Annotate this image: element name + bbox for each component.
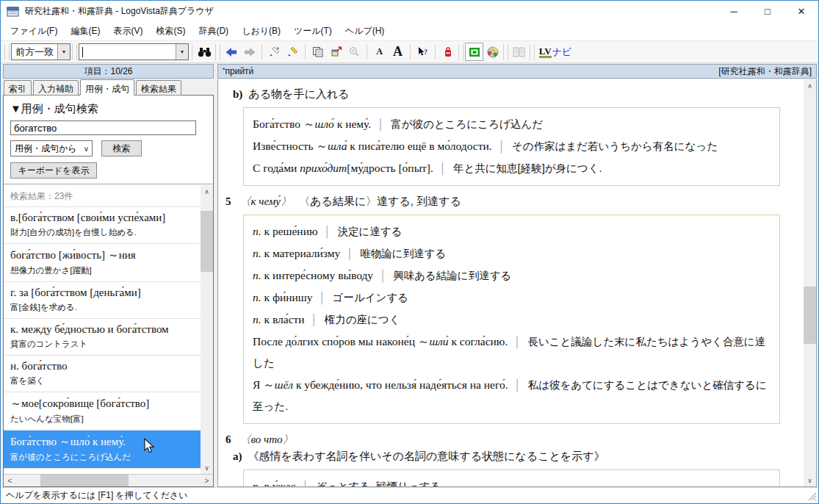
chevron-down-icon[interactable]: ▼ [176, 44, 188, 60]
toolbar-gripper[interactable] [458, 44, 463, 60]
result-item[interactable]: н. бога́тство富を築く [4, 355, 201, 392]
result-item[interactable]: ～мое[сокро́вище [бога́тство]たいへんな宝物[富] [4, 392, 201, 430]
toolbar-gripper[interactable] [4, 44, 10, 60]
two-pane-icon [513, 47, 525, 57]
scroll-up-icon[interactable]: ∧ [804, 79, 816, 92]
result-item[interactable]: г. за [бога́тством [деньга́ми]富[金銭]を求める. [4, 281, 201, 318]
separator-pipe-icon: │ [515, 379, 522, 391]
chevron-down-icon[interactable]: ▼ [57, 44, 70, 60]
example-russian: п. [253, 291, 261, 303]
tab-active用例・成句[interactable]: 用例・成句 [80, 79, 134, 96]
example-russian: С года́ми [253, 162, 300, 174]
tab-入力補助[interactable]: 入力補助 [33, 80, 79, 96]
main-area: 項目：10/26 索引入力補助用例・成句検索結果 ▼用例・成句検索 用例・成句か… [1, 63, 818, 487]
scroll-right-icon[interactable]: > [201, 475, 213, 486]
multimedia-button[interactable] [483, 43, 502, 61]
send-capture-button[interactable] [327, 43, 345, 61]
copy-button[interactable] [309, 43, 327, 61]
forward-button[interactable] [240, 43, 259, 61]
lv-navi-button[interactable]: LV ナビ [536, 43, 574, 61]
show-keyboard-button[interactable]: キーボードを表示 [10, 162, 97, 179]
two-pane-button[interactable] [510, 43, 528, 61]
result-item[interactable]: Э́то ～несло́ ему́ бога́тство. [4, 468, 201, 474]
separator-pipe-icon: │ [378, 118, 384, 130]
send-capture-icon [331, 46, 342, 57]
toolbar-gripper[interactable] [215, 44, 220, 60]
example-russian: к нему́. [334, 118, 371, 130]
example-japanese: 興味ある結論に到達する [393, 270, 511, 281]
example-russian: к реше́нию [261, 225, 318, 237]
status-bar: ヘルプを表示するには [F1] を押してください [1, 487, 818, 503]
item-count-header: 項目：10/26 [3, 64, 214, 79]
zoom-button[interactable] [345, 43, 364, 61]
query-input[interactable] [10, 120, 196, 135]
menu-item[interactable]: しおり(B) [235, 22, 287, 40]
menu-item[interactable]: 検索(S) [149, 22, 192, 40]
search-binoculars-button[interactable] [195, 43, 214, 61]
sense-letter: b) [233, 88, 242, 100]
minimize-button[interactable]: ─ [717, 1, 751, 22]
viewer-button[interactable] [465, 43, 483, 61]
tab-索引[interactable]: 索引 [4, 80, 32, 96]
scroll-down-icon[interactable]: ∨ [201, 461, 213, 474]
scroll-up-icon[interactable]: ∧ [201, 185, 213, 198]
sense-number: 6 [226, 433, 231, 445]
result-item[interactable]: в.[бога́тством [свои́ми успе́хами]財力[自分の… [4, 206, 201, 243]
context-help-button[interactable]: ? [414, 43, 432, 61]
result-item[interactable]: к. между бе́дностью и бога́тством貧富のコントラ… [4, 318, 201, 355]
result-item-selected[interactable]: Бога́тство ～шло́ к нему́.富が彼のところにころげ込んだ [4, 430, 201, 468]
menu-item[interactable]: 表示(V) [107, 22, 149, 40]
menu-item[interactable]: ファイル(F) [4, 22, 64, 40]
menu-item[interactable]: 編集(E) [64, 22, 107, 40]
scroll-left-icon[interactable]: < [4, 475, 16, 486]
example-russian: к материали́зму [261, 247, 341, 259]
toolbar-gripper[interactable] [530, 44, 535, 60]
menu-item[interactable]: 辞典(D) [192, 22, 235, 40]
green-marker-icon [269, 46, 280, 57]
example-line: п. в у́жас│ぞっとする, 戦慄りっする [253, 475, 771, 486]
example-russian: к убежде́нию, что нельзя́ наде́яться на … [293, 378, 508, 391]
scroll-down-icon[interactable]: ∨ [804, 474, 816, 486]
result-russian: ～мое[сокро́вище [бога́тство] [10, 397, 194, 411]
results-horizontal-scrollbar[interactable]: < > [4, 474, 213, 486]
sense-number-heading: 5〈к чему́〉〈ある結果に〉達する, 到達する [226, 195, 799, 209]
dictionary-label: [研究社露和・和露辞典] [718, 65, 812, 78]
resize-grip[interactable] [808, 492, 817, 501]
back-arrow-icon [226, 48, 237, 57]
font-small-button[interactable]: A [370, 43, 389, 61]
one-touch-button[interactable] [439, 43, 457, 61]
font-large-button[interactable]: A [389, 43, 407, 61]
example-line: п. к интере́сному вы́воду│興味ある結論に到達する [253, 264, 771, 287]
scope-select[interactable]: 用例・成句から ∨ [10, 140, 93, 156]
search-button[interactable]: 検索 [101, 140, 142, 156]
tab-検索結果[interactable]: 検索結果 [136, 80, 181, 96]
menu-item[interactable]: ツール(T) [287, 22, 339, 40]
toolbar-gripper[interactable] [503, 44, 508, 60]
separator-pipe-icon: │ [347, 248, 353, 259]
example-japanese: 権力の座につく [325, 314, 400, 325]
menu-item[interactable]: ヘルプ(H) [339, 22, 392, 40]
example-box: п. к реше́нию│決定に達するп. к материали́зму│唯… [243, 215, 780, 424]
search-input[interactable]: ▼ [79, 43, 189, 60]
scrollbar-thumb[interactable] [201, 211, 213, 272]
binoculars-icon [198, 47, 212, 57]
results-vertical-scrollbar[interactable]: ∧ ∨ [201, 185, 213, 474]
marker-button[interactable] [265, 43, 284, 61]
scrollbar-thumb[interactable] [40, 475, 129, 486]
content-vertical-scrollbar[interactable]: ∧ ∨ [804, 79, 816, 486]
result-japanese: 貧富のコントラスト [10, 339, 194, 350]
maximize-button[interactable]: □ [751, 1, 784, 22]
back-button[interactable] [222, 43, 240, 61]
match-mode-select[interactable]: 前方一致 ▼ [11, 43, 71, 60]
result-item[interactable]: бога́тство [жи́вость] ～ния想像力の豊かさ[躍動] [4, 243, 201, 281]
example-russian: п. [253, 269, 261, 281]
result-russian: н. бога́тство [10, 360, 194, 372]
example-russian: Я ～ [253, 378, 275, 391]
example-russian: Бога́тство ～ [253, 118, 314, 130]
scrollbar-thumb[interactable] [804, 287, 816, 344]
close-button[interactable]: ✕ [784, 1, 818, 22]
sense-heading: a)《感情を表わす名詞を伴いその名詞の意味する状態になることを示す》 [233, 450, 799, 464]
example-japanese: ゴールインする [333, 292, 409, 303]
toolbar-gripper[interactable] [72, 44, 77, 60]
pencil-button[interactable] [284, 43, 302, 61]
